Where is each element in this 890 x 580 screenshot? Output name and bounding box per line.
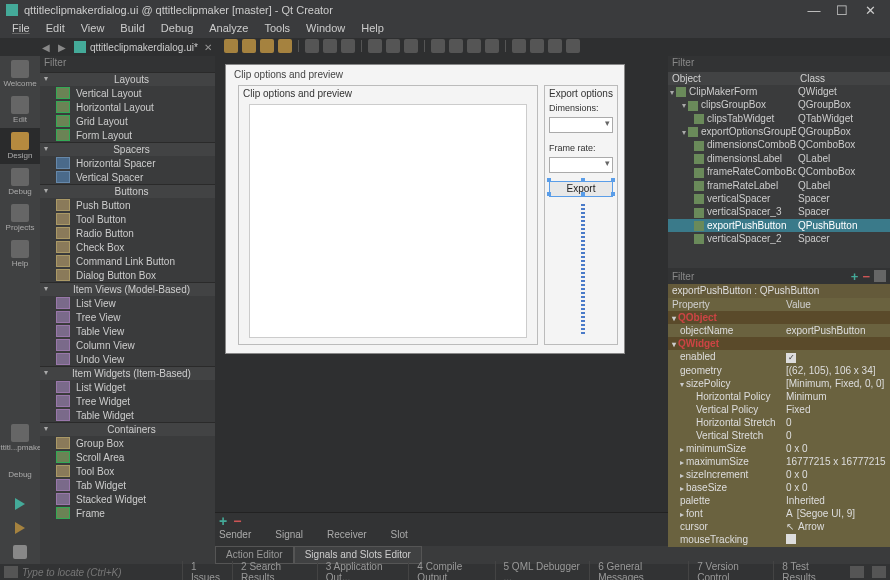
status--version-control[interactable]: 7 Version Control	[688, 561, 773, 580]
status--search-results[interactable]: 2 Search Results	[232, 561, 317, 580]
run-button[interactable]	[0, 492, 40, 516]
widget-grid-layout[interactable]: Grid Layout	[40, 114, 215, 128]
widget-tree-view[interactable]: Tree View	[40, 310, 215, 324]
prop-sizeIncrement[interactable]: ▸sizeIncrement0 x 0	[668, 468, 890, 481]
next-tab-icon[interactable]: ▶	[54, 42, 70, 53]
status-icon-1[interactable]	[850, 566, 864, 578]
widget-undo-view[interactable]: Undo View	[40, 352, 215, 366]
menu-analyze[interactable]: Analyze	[201, 20, 256, 38]
add-property-icon[interactable]: +	[851, 269, 859, 284]
build-config[interactable]: Debug	[0, 456, 40, 492]
add-signal-icon[interactable]: +	[219, 513, 227, 529]
mode-welcome[interactable]: Welcome	[0, 56, 40, 92]
toolbar-button-2[interactable]	[260, 39, 274, 53]
prop-baseSize[interactable]: ▸baseSize0 x 0	[668, 481, 890, 494]
object-exportPushButton[interactable]: exportPushButtonQPushButton	[668, 219, 890, 232]
menu-debug[interactable]: Debug	[153, 20, 201, 38]
prop-Horizontal-Policy[interactable]: Horizontal PolicyMinimum	[668, 390, 890, 403]
remove-property-icon[interactable]: −	[862, 269, 870, 284]
widget-scroll-area[interactable]: Scroll Area	[40, 450, 215, 464]
toolbar-button-14[interactable]	[512, 39, 526, 53]
toolbar-button-6[interactable]	[341, 39, 355, 53]
category-containers[interactable]: ▾Containers	[40, 422, 215, 436]
toolbar-button-8[interactable]	[386, 39, 400, 53]
widget-column-view[interactable]: Column View	[40, 338, 215, 352]
toolbar-button-9[interactable]	[404, 39, 418, 53]
object-inspector[interactable]: Object Class ▾ClipMakerFormQWidget▾clips…	[668, 72, 890, 268]
menu-build[interactable]: Build	[112, 20, 152, 38]
object-frameRateLabel[interactable]: frameRateLabelQLabel	[668, 179, 890, 192]
export-groupbox[interactable]: Export options Dimensions: Frame rate: E…	[544, 85, 618, 345]
widget-form-layout[interactable]: Form Layout	[40, 128, 215, 142]
toolbar-button-16[interactable]	[548, 39, 562, 53]
open-file-name[interactable]: qttitleclipmakerdialog.ui*	[90, 42, 198, 53]
prop-palette[interactable]: paletteInherited	[668, 494, 890, 507]
status--compile-output[interactable]: 4 Compile Output	[408, 561, 494, 580]
prop-cursor[interactable]: cursor↖Arrow	[668, 520, 890, 533]
toolbar-button-13[interactable]	[485, 39, 499, 53]
menu-view[interactable]: View	[73, 20, 113, 38]
status--qml-debugger-[interactable]: 5 QML Debugger ...	[495, 561, 590, 580]
locator-icon[interactable]	[4, 566, 18, 578]
object-ClipMakerForm[interactable]: ▾ClipMakerFormQWidget	[668, 85, 890, 98]
object-dimensionsLabel[interactable]: dimensionsLabelQLabel	[668, 152, 890, 165]
widget-filter[interactable]: Filter	[40, 56, 215, 72]
object-clipsTabWidget[interactable]: clipsTabWidgetQTabWidget	[668, 112, 890, 125]
widget-push-button[interactable]: Push Button	[40, 198, 215, 212]
object-verticalSpacer_2[interactable]: verticalSpacer_2Spacer	[668, 232, 890, 245]
object-frameRateComboBox[interactable]: frameRateComboBoxQComboBox	[668, 165, 890, 178]
widget-list-view[interactable]: List View	[40, 296, 215, 310]
toolbar-button-5[interactable]	[323, 39, 337, 53]
toolbar-button-10[interactable]	[431, 39, 445, 53]
object-filter[interactable]: Filter	[668, 56, 890, 72]
category-item-views-model-based-[interactable]: ▾Item Views (Model-Based)	[40, 282, 215, 296]
status--test-results[interactable]: 8 Test Results	[773, 561, 846, 580]
widget-check-box[interactable]: Check Box	[40, 240, 215, 254]
toolbar-button-0[interactable]	[224, 39, 238, 53]
prev-tab-icon[interactable]: ◀	[38, 42, 54, 53]
mode-projects[interactable]: Projects	[0, 200, 40, 236]
prop-enabled[interactable]: enabled✓	[668, 350, 890, 364]
object-exportOptionsGroupBox[interactable]: ▾exportOptionsGroupBoxQGroupBox	[668, 125, 890, 138]
wrench-icon[interactable]	[874, 270, 886, 282]
object-verticalSpacer_3[interactable]: verticalSpacer_3Spacer	[668, 205, 890, 218]
menu-tools[interactable]: Tools	[256, 20, 298, 38]
toolbar-button-15[interactable]	[530, 39, 544, 53]
prop-Horizontal-Stretch[interactable]: Horizontal Stretch0	[668, 416, 890, 429]
prop-geometry[interactable]: geometry[(62, 105), 106 x 34]	[668, 364, 890, 377]
mode-debug[interactable]: Debug	[0, 164, 40, 200]
widget-vertical-spacer[interactable]: Vertical Spacer	[40, 170, 215, 184]
prop-group-QWidget[interactable]: ▾QWidget	[668, 337, 890, 350]
prop-minimumSize[interactable]: ▸minimumSize0 x 0	[668, 442, 890, 455]
mode-design[interactable]: Design	[0, 128, 40, 164]
status-icon-2[interactable]	[872, 566, 886, 578]
build-button[interactable]	[0, 540, 40, 564]
widget-horizontal-spacer[interactable]: Horizontal Spacer	[40, 156, 215, 170]
category-item-widgets-item-based-[interactable]: ▾Item Widgets (Item-Based)	[40, 366, 215, 380]
toolbar-button-1[interactable]	[242, 39, 256, 53]
menu-help[interactable]: Help	[353, 20, 392, 38]
widget-table-widget[interactable]: Table Widget	[40, 408, 215, 422]
widget-tool-button[interactable]: Tool Button	[40, 212, 215, 226]
menu-file[interactable]: File	[4, 20, 38, 38]
toolbar-button-4[interactable]	[305, 39, 319, 53]
prop-group-QObject[interactable]: ▾QObject	[668, 311, 890, 324]
widget-dialog-button-box[interactable]: Dialog Button Box	[40, 268, 215, 282]
maximize-button[interactable]: ☐	[828, 3, 856, 18]
widget-vertical-layout[interactable]: Vertical Layout	[40, 86, 215, 100]
prop-Vertical-Stretch[interactable]: Vertical Stretch0	[668, 429, 890, 442]
export-button[interactable]: Export	[549, 181, 613, 197]
category-buttons[interactable]: ▾Buttons	[40, 184, 215, 198]
prop-font[interactable]: ▸fontA[Segoe UI, 9]	[668, 507, 890, 520]
property-filter[interactable]: Filter	[672, 271, 851, 282]
widget-frame[interactable]: Frame	[40, 506, 215, 520]
widget-table-view[interactable]: Table View	[40, 324, 215, 338]
widget-tree-widget[interactable]: Tree Widget	[40, 394, 215, 408]
menu-window[interactable]: Window	[298, 20, 353, 38]
minimize-button[interactable]: —	[800, 3, 828, 18]
widget-command-link-button[interactable]: Command Link Button	[40, 254, 215, 268]
prop-sizePolicy[interactable]: ▾sizePolicy[Minimum, Fixed, 0, 0]	[668, 377, 890, 390]
toolbar-button-3[interactable]	[278, 39, 292, 53]
object-dimensionsComboBox[interactable]: dimensionsComboBoxQComboBox	[668, 138, 890, 151]
widget-radio-button[interactable]: Radio Button	[40, 226, 215, 240]
